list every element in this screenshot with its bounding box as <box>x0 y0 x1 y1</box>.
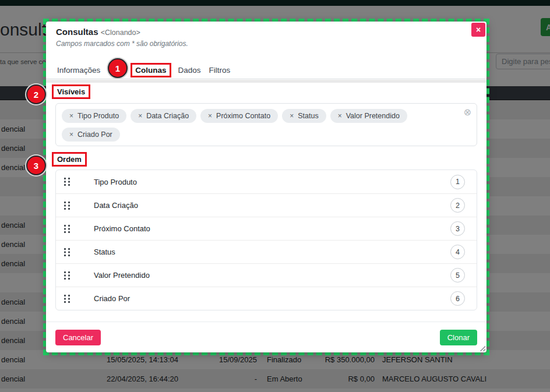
clone-button[interactable]: Clonar <box>440 330 477 345</box>
visible-columns-box[interactable]: ⊗ ×Tipo Produto×Data Criação×Próximo Con… <box>55 103 477 146</box>
chip-label: Tipo Produto <box>77 112 119 120</box>
modal-body: Visíveis ⊗ ×Tipo Produto×Data Criação×Pr… <box>55 82 477 322</box>
drag-handle-icon[interactable] <box>64 178 70 186</box>
drag-handle-icon[interactable] <box>64 202 70 210</box>
chip-label: Valor Pretendido <box>346 112 400 120</box>
visiveis-section-header: Visíveis <box>55 86 477 100</box>
remove-chip-icon[interactable]: × <box>290 112 294 120</box>
tab-dados[interactable]: Dados <box>178 66 201 75</box>
clear-all-icon[interactable]: ⊗ <box>464 108 471 117</box>
modal-footer: Cancelar Clonar <box>46 322 486 352</box>
column-chip[interactable]: ×Data Criação <box>131 109 196 123</box>
column-chip[interactable]: ×Status <box>282 109 326 123</box>
order-item-label: Status <box>94 248 115 256</box>
modal-title-text: Consultas <box>56 27 98 37</box>
order-number-badge: 2 <box>450 198 465 213</box>
tab-filtros[interactable]: Filtros <box>209 66 231 75</box>
remove-chip-icon[interactable]: × <box>69 112 73 120</box>
order-item-label: Próximo Contato <box>94 224 150 233</box>
annotation-badge-2: 2 <box>26 84 46 104</box>
ordem-section-header: Ordem <box>55 153 477 167</box>
column-order-list: Tipo Produto1Data Criação2Próximo Contat… <box>55 169 477 310</box>
order-number-badge: 4 <box>450 245 465 259</box>
order-item[interactable]: Tipo Produto1 <box>56 170 477 193</box>
modal-title-suffix: <Clonando> <box>101 29 140 37</box>
tab-colunas[interactable]: Colunas <box>131 63 171 77</box>
order-item[interactable]: Criado Por6 <box>56 287 477 310</box>
cancel-button[interactable]: Cancelar <box>55 330 101 345</box>
annotation-badge-3: 3 <box>26 156 46 175</box>
order-item[interactable]: Valor Pretendido5 <box>56 263 477 287</box>
drag-handle-icon[interactable] <box>64 271 70 280</box>
remove-chip-icon[interactable]: × <box>338 112 342 120</box>
order-number-badge: 1 <box>450 175 465 189</box>
order-item-label: Data Criação <box>94 201 138 210</box>
order-item[interactable]: Status4 <box>56 240 477 263</box>
tab-informacoes[interactable]: Informações <box>57 66 100 75</box>
remove-chip-icon[interactable]: × <box>69 130 73 139</box>
column-chip[interactable]: ×Próximo Contato <box>200 109 278 123</box>
order-item-label: Valor Pretendido <box>94 271 150 280</box>
modal-subtitle: Campos marcados com * são obrigatórios. <box>56 40 188 48</box>
annotation-badge-1: 1 <box>108 58 128 78</box>
remove-chip-icon[interactable]: × <box>138 112 142 120</box>
column-chip[interactable]: ×Valor Pretendido <box>330 109 407 123</box>
close-button[interactable]: × <box>471 23 485 37</box>
order-item-label: Tipo Produto <box>94 178 137 186</box>
ordem-heading: Ordem <box>52 152 87 167</box>
column-chip[interactable]: ×Criado Por <box>62 128 120 142</box>
drag-handle-icon[interactable] <box>64 225 70 233</box>
order-number-badge: 3 <box>450 221 465 236</box>
chip-label: Status <box>298 112 318 120</box>
visiveis-heading: Visíveis <box>52 84 90 99</box>
order-item[interactable]: Próximo Contato3 <box>56 217 477 240</box>
modal-title: Consultas <Clonando> <box>56 27 140 37</box>
drag-handle-icon[interactable] <box>64 295 70 303</box>
order-number-badge: 6 <box>450 291 465 306</box>
column-chip[interactable]: ×Tipo Produto <box>62 109 126 123</box>
order-number-badge: 5 <box>450 268 465 282</box>
chip-label: Próximo Contato <box>216 112 270 120</box>
order-item[interactable]: Data Criação2 <box>56 193 477 217</box>
drag-handle-icon[interactable] <box>64 248 70 256</box>
chip-label: Criado Por <box>77 130 112 139</box>
chip-label: Data Criação <box>146 112 189 120</box>
remove-chip-icon[interactable]: × <box>208 112 212 120</box>
order-item-label: Criado Por <box>94 294 130 303</box>
